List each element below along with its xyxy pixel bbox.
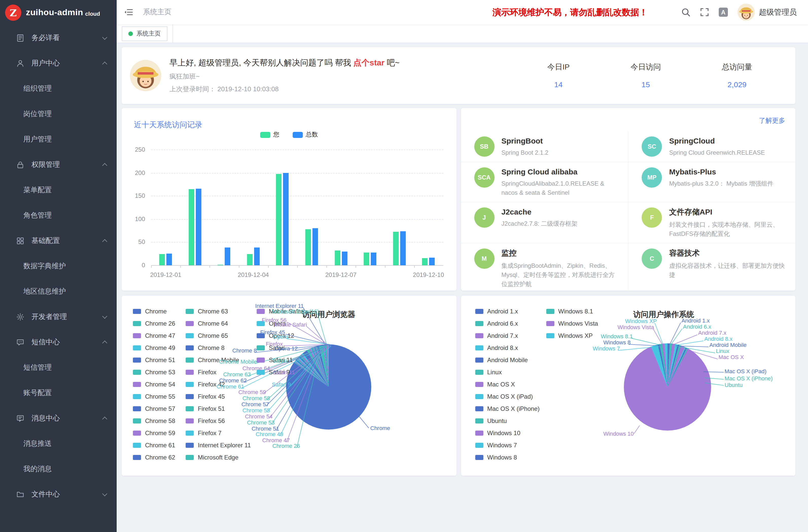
tech-item-7[interactable]: C容器技术虚拟化容器技术，让迁移、部署更加方便快捷 [628, 243, 795, 291]
tech-item-5[interactable]: F文件存储API封装文件接口，实现本地存储、阿里云、FastDFS存储的配置化 [628, 202, 795, 243]
legend-item[interactable]: Chrome 57 [133, 405, 175, 412]
bar-您-2019-12-07 [334, 251, 340, 265]
legend-item[interactable]: Linux [475, 369, 502, 376]
bar-总数-2019-12-10 [429, 258, 435, 265]
legend-label: Windows 10 [487, 429, 520, 437]
legend-item[interactable]: Firefox 7 [186, 429, 221, 437]
legend-item[interactable]: Chrome 49 [133, 344, 175, 351]
tech-badge-icon: M [474, 249, 494, 269]
legend-item[interactable]: Ubuntu [475, 417, 507, 424]
sidebar-subitem[interactable]: 组织管理 [0, 76, 117, 102]
pie-slice-label: Windows XP [625, 318, 657, 324]
user-name[interactable]: 超级管理员 [759, 7, 797, 17]
legend-item[interactable]: Chrome 51 [133, 356, 175, 364]
legend-item[interactable]: Windows 7 [475, 442, 517, 449]
collapse-menu-icon[interactable] [124, 7, 134, 17]
legend-item[interactable]: Chrome 54 [133, 381, 175, 388]
app-logo[interactable]: Z zuihou-admin cloud [0, 0, 117, 25]
sidebar-subitem[interactable]: 短信管理 [0, 355, 117, 380]
sidebar-subitem[interactable]: 用户管理 [0, 127, 117, 152]
legend-item[interactable]: Chrome 8 [186, 344, 224, 351]
tech-item-0[interactable]: SBSpringBootSpring Boot 2.1.2 [461, 131, 628, 162]
breadcrumb[interactable]: 系统主页 [143, 7, 171, 17]
sidebar-item-1[interactable]: 用户中心 [0, 51, 117, 76]
legend-item[interactable]: Chrome 64 [186, 320, 228, 327]
pie-slice-label: Android 8.x [704, 336, 732, 342]
sidebar-subitem[interactable]: 地区信息维护 [0, 279, 117, 304]
legend-item[interactable]: Mac OS X [475, 381, 515, 388]
legend-item[interactable]: Chrome 58 [133, 417, 175, 424]
legend-item[interactable]: Microsoft Edge [186, 454, 238, 461]
sidebar-item-2[interactable]: 权限管理 [0, 152, 117, 178]
legend-item[interactable]: 您 [260, 130, 279, 139]
tech-item-6[interactable]: M监控集成SpringBootAdmin、Zipkin、Redis、Mysql、… [461, 243, 628, 291]
legend-item[interactable]: 总数 [293, 130, 318, 139]
legend-item[interactable]: Chrome 61 [133, 442, 175, 449]
legend-item[interactable]: Chrome [133, 308, 167, 315]
legend-label: Windows 7 [487, 442, 517, 449]
tech-item-2[interactable]: SCASpring Cloud alibabaSpringCloudAlibab… [461, 162, 628, 202]
sidebar-subitem[interactable]: 消息推送 [0, 431, 117, 456]
sidebar-subitem[interactable]: 账号配置 [0, 380, 117, 406]
legend-item[interactable]: Mac OS X (iPad) [475, 393, 533, 400]
legend-item[interactable]: Android 6.x [475, 320, 518, 327]
sidebar-subitem[interactable]: 菜单配置 [0, 178, 117, 203]
tech-item-4[interactable]: JJ2cacheJ2cache2.7.8: 二级缓存框架 [461, 202, 628, 243]
legend-item[interactable]: Chrome 55 [133, 393, 175, 400]
legend-item[interactable]: Chrome 65 [186, 332, 228, 339]
sidebar-subitem[interactable]: 我的消息 [0, 456, 117, 482]
legend-label: Firefox 51 [198, 405, 225, 412]
sidebar-subitem[interactable]: 岗位管理 [0, 102, 117, 127]
legend-item[interactable]: Windows 8.1 [546, 308, 593, 315]
star-link[interactable]: 点个star [353, 58, 384, 67]
legend-item[interactable]: Chrome 47 [133, 332, 175, 339]
search-icon[interactable] [681, 7, 691, 17]
tab-home[interactable]: 系统主页 [122, 26, 167, 41]
sidebar-item-0[interactable]: 务必详看 [0, 25, 117, 51]
legend-swatch [186, 455, 194, 460]
legend-swatch [475, 430, 483, 436]
legend-item[interactable]: Chrome 63 [186, 308, 228, 315]
sidebar-item-4[interactable]: 开发者管理 [0, 304, 117, 330]
legend-item[interactable]: Chrome 53 [133, 369, 175, 376]
legend-item[interactable]: Mac OS X (iPhone) [475, 405, 540, 412]
legend-item[interactable]: Firefox 45 [186, 393, 225, 400]
tech-item-3[interactable]: MPMybatis-PlusMybatis-plus 3.2.0： Mybati… [628, 162, 795, 202]
legend-item[interactable]: Windows XP [546, 332, 593, 339]
legend-item[interactable]: Firefox 51 [186, 405, 225, 412]
pie-chart [286, 344, 371, 429]
legend-item[interactable]: Chrome 62 [133, 454, 175, 461]
font-size-icon[interactable]: A [718, 7, 728, 17]
sidebar-item-6[interactable]: 消息中心 [0, 406, 117, 431]
legend-item[interactable]: Firefox 56 [186, 417, 225, 424]
user-avatar[interactable] [737, 3, 755, 21]
pie-slice-label: Safari [272, 357, 287, 364]
legend-item[interactable]: Android Mobile [475, 356, 528, 364]
legend-item[interactable]: Chrome 59 [133, 429, 175, 437]
legend-swatch [186, 333, 194, 338]
legend-item[interactable]: Firefox [186, 369, 216, 376]
legend-label: Ubuntu [487, 417, 507, 424]
bar-group-2019-12-09 [385, 150, 414, 265]
tech-text: 容器技术虚拟化容器技术，让迁移、部署更加方便快捷 [669, 249, 787, 289]
sidebar-subitem[interactable]: 角色管理 [0, 203, 117, 228]
legend-item[interactable]: Windows Vista [546, 320, 598, 327]
legend-label: Android 1.x [487, 308, 518, 315]
fullscreen-icon[interactable] [699, 7, 710, 17]
legend-item[interactable]: Android 8.x [475, 344, 518, 351]
legend-item[interactable]: Android 7.x [475, 332, 518, 339]
legend-swatch [133, 345, 141, 350]
legend-item[interactable]: Windows 10 [475, 429, 520, 437]
learn-more-link[interactable]: 了解更多 [759, 116, 785, 125]
tech-item-1[interactable]: SCSpringCloudSpring Cloud Greenwich.RELE… [628, 131, 795, 162]
legend-item[interactable]: Chrome 26 [133, 320, 175, 327]
bar-您-2019-12-06 [305, 229, 311, 265]
sidebar-item-5[interactable]: 短信中心 [0, 330, 117, 355]
legend-item[interactable]: Android 1.x [475, 308, 518, 315]
sidebar-item-3[interactable]: 基础配置 [0, 228, 117, 254]
bar-您-2019-12-10 [422, 258, 427, 265]
sidebar-subitem[interactable]: 数据字典维护 [0, 254, 117, 279]
legend-item[interactable]: Internet Explorer 11 [186, 442, 251, 449]
sidebar-item-7[interactable]: 文件中心 [0, 482, 117, 507]
legend-item[interactable]: Windows 8 [475, 454, 517, 461]
